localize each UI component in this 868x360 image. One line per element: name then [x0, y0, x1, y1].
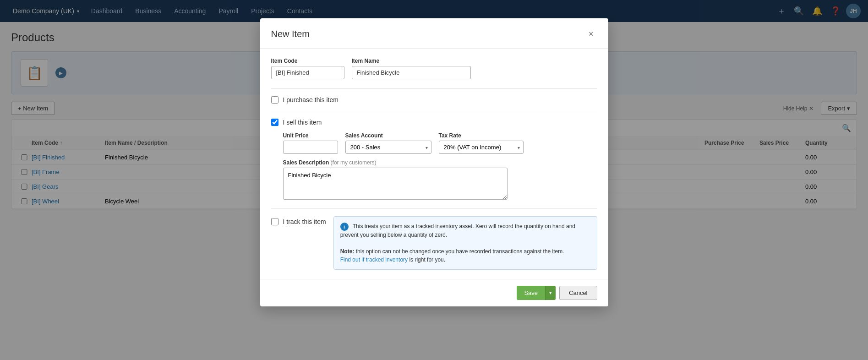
modal-close-button[interactable]: ×: [585, 27, 597, 41]
purchase-section: I purchase this item: [271, 88, 597, 111]
item-name-input[interactable]: [352, 66, 471, 79]
sales-description-textarea[interactable]: [283, 168, 508, 200]
info-icon: i: [340, 223, 349, 231]
track-info-box: i This treats your item as a tracked inv…: [333, 216, 597, 270]
sell-checkbox-label[interactable]: I sell this item: [271, 119, 597, 126]
item-code-input[interactable]: [271, 66, 344, 79]
unit-price-label: Unit Price: [283, 132, 338, 139]
modal-header: New Item ×: [260, 18, 608, 49]
purchase-checkbox-label[interactable]: I purchase this item: [271, 96, 597, 104]
track-row: I track this item i This treats your ite…: [271, 216, 597, 270]
purchase-checkbox[interactable]: [271, 96, 278, 104]
track-note-label: Note:: [340, 248, 355, 255]
modal-overlay: New Item × Item Code Item Name I purcha: [0, 0, 868, 360]
new-item-modal: New Item × Item Code Item Name I purcha: [260, 18, 608, 306]
item-code-label: Item Code: [271, 58, 344, 64]
item-name-label: Item Name: [352, 58, 471, 64]
item-fields-row: Item Code Item Name: [271, 58, 597, 79]
find-tracked-link[interactable]: Find out if tracked inventory: [340, 256, 408, 263]
tax-rate-select[interactable]: 20% (VAT on Income) 0% (Zero Rated Incom…: [439, 141, 524, 154]
unit-price-group: Unit Price: [283, 132, 338, 154]
sales-description-group: Sales Description (for my customers): [283, 159, 597, 201]
sell-checkbox[interactable]: [271, 119, 278, 126]
tax-rate-group: Tax Rate 20% (VAT on Income) 0% (Zero Ra…: [439, 132, 524, 154]
save-button-group: Save ▾: [517, 286, 556, 300]
save-button[interactable]: Save: [517, 286, 545, 300]
modal-body: Item Code Item Name I purchase this item: [260, 49, 608, 279]
sales-description-label: Sales Description: [283, 159, 329, 166]
sell-fields-row: Unit Price Sales Account 200 - Sales 400…: [283, 132, 597, 154]
item-code-group: Item Code: [271, 58, 344, 79]
track-note-text: this option can not be changed once you …: [356, 248, 564, 255]
track-section: I track this item i This treats your ite…: [271, 208, 597, 270]
sell-sub-fields: Unit Price Sales Account 200 - Sales 400…: [283, 132, 597, 201]
track-label: I track this item: [283, 218, 326, 225]
tax-rate-label: Tax Rate: [439, 132, 524, 139]
sales-account-wrapper: 200 - Sales 400 - Advertising 310 - Cost…: [345, 141, 431, 154]
sell-section: I sell this item Unit Price Sales Accoun…: [271, 111, 597, 208]
find-tracked-suffix: is right for you.: [409, 256, 445, 263]
tax-rate-wrapper: 20% (VAT on Income) 0% (Zero Rated Incom…: [439, 141, 524, 154]
modal-title: New Item: [271, 29, 310, 39]
sell-label: I sell this item: [283, 119, 322, 126]
cancel-button[interactable]: Cancel: [559, 286, 597, 300]
sales-description-hint: (for my customers): [331, 159, 377, 166]
item-name-group: Item Name: [352, 58, 471, 79]
track-checkbox[interactable]: [271, 218, 278, 225]
unit-price-input[interactable]: [283, 141, 338, 154]
save-dropdown-button[interactable]: ▾: [545, 286, 556, 300]
purchase-label: I purchase this item: [283, 96, 338, 104]
sales-account-select[interactable]: 200 - Sales 400 - Advertising 310 - Cost…: [345, 141, 431, 154]
track-checkbox-label[interactable]: I track this item: [271, 218, 326, 225]
track-info-text: This treats your item as a tracked inven…: [340, 223, 575, 238]
sales-account-group: Sales Account 200 - Sales 400 - Advertis…: [345, 132, 431, 154]
modal-footer: Save ▾ Cancel: [260, 279, 608, 306]
sales-account-label: Sales Account: [345, 132, 431, 139]
